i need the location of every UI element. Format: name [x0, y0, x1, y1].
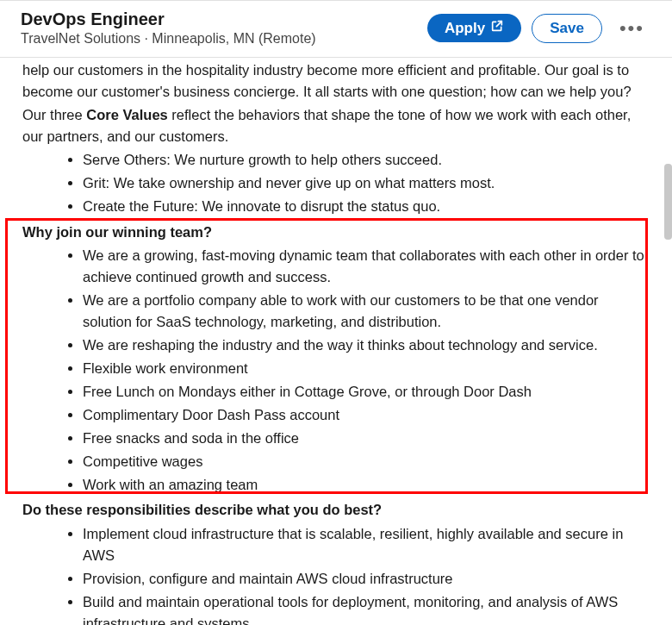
list-item: Create the Future: We innovate to disrup… [83, 196, 650, 217]
list-item: Complimentary Door Dash Pass account [83, 404, 650, 426]
core-values-paragraph: Our three Core Values reflect the behavi… [22, 104, 650, 147]
list-item: We are a portfolio company able to work … [83, 290, 650, 333]
list-item: Provision, configure and maintain AWS cl… [83, 568, 650, 590]
more-menu-button[interactable]: ••• [613, 14, 651, 43]
core-values-bold: Core Values [86, 107, 167, 122]
header-text: DevOps Engineer TravelNet Solutions · Mi… [21, 9, 316, 47]
apply-button[interactable]: Apply [427, 14, 521, 42]
why-join-heading: Why join our winning team? [22, 222, 650, 243]
list-item: We are a growing, fast-moving dynamic te… [83, 245, 650, 288]
responsibilities-list: Implement cloud infrastructure that is s… [83, 523, 650, 625]
list-item: Competitive wages [83, 451, 650, 472]
apply-label: Apply [445, 20, 485, 37]
list-item: Free Lunch on Mondays either in Cottage … [83, 381, 650, 403]
more-icon: ••• [619, 17, 644, 39]
job-description: help our customers in the hospitality in… [0, 59, 672, 625]
list-item: Work with an amazing team [83, 474, 650, 496]
save-label: Save [550, 20, 584, 37]
core-values-prefix: Our three [22, 107, 86, 122]
list-item: Grit: We take ownership and never give u… [83, 172, 650, 194]
list-item: We are reshaping the industry and the wa… [83, 334, 650, 356]
job-subtitle: TravelNet Solutions · Minneapolis, MN (R… [21, 31, 316, 47]
list-item: Serve Others: We nurture growth to help … [83, 149, 650, 171]
list-item: Free snacks and soda in the office [83, 428, 650, 449]
header-actions: Apply Save ••• [427, 14, 651, 43]
list-item: Implement cloud infrastructure that is s… [83, 523, 650, 566]
external-link-icon [490, 19, 504, 37]
list-item: Flexible work environment [83, 358, 650, 379]
responsibilities-heading: Do these responsibilities describe what … [22, 499, 650, 521]
list-item: Build and maintain operational tools for… [83, 591, 650, 625]
why-join-list: We are a growing, fast-moving dynamic te… [83, 245, 650, 497]
job-title: DevOps Engineer [21, 9, 316, 29]
save-button[interactable]: Save [532, 14, 602, 43]
scrollbar-thumb[interactable] [664, 164, 672, 240]
intro-paragraph-partial: help our customers in the hospitality in… [22, 59, 650, 103]
sticky-header: DevOps Engineer TravelNet Solutions · Mi… [0, 0, 672, 58]
core-values-list: Serve Others: We nurture growth to help … [83, 149, 650, 217]
